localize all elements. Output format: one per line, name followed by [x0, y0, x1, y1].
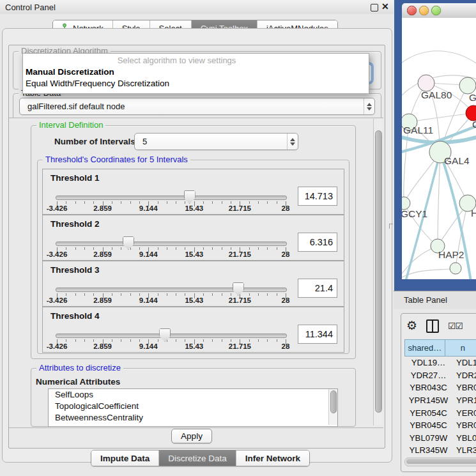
minimize-traffic-light-icon[interactable]	[419, 6, 429, 15]
number-of-intervals-combobox[interactable]: 5	[134, 133, 298, 150]
table-row[interactable]: YLR345WYLR3	[404, 444, 476, 457]
slider-tick	[66, 293, 66, 296]
network-edge[interactable]	[402, 51, 476, 68]
network-edge[interactable]	[402, 268, 456, 279]
cell-shared-name[interactable]: YDL19…	[404, 358, 452, 367]
slider-tick	[267, 293, 268, 296]
cell-name[interactable]: YDR2	[452, 371, 476, 380]
float-window-icon[interactable]	[371, 4, 378, 12]
network-window-titlebar[interactable]	[402, 3, 476, 19]
columns-icon[interactable]	[426, 319, 439, 333]
slider-tick-label: 28	[282, 342, 290, 350]
main-vertical-scrollbar[interactable]	[373, 119, 383, 426]
number-of-intervals-value: 5	[135, 137, 287, 146]
table-data-combobox[interactable]: galFiltered.sif default node	[19, 98, 375, 115]
network-graph: GAL80GACGAL11GAL4GCY1HHAP2	[402, 18, 476, 279]
cell-shared-name[interactable]: YBL079W	[404, 433, 452, 443]
slider-tick-label: -3.426	[47, 296, 68, 304]
node-table: shared… n YDL19…YDL1YDR27…YDR2YBR043CYBR…	[404, 339, 476, 469]
attributes-list-scrollbar[interactable]	[328, 389, 337, 425]
select-columns-checkboxes-icon[interactable]: ☑☑	[448, 321, 463, 331]
slider-handle[interactable]	[233, 282, 244, 296]
slider-tick-label: 15.43	[185, 296, 203, 304]
table-row[interactable]: YBR043CYBR0	[404, 381, 476, 394]
slider-tick-label: -3.426	[47, 342, 68, 350]
threshold-value-field[interactable]: 11.344	[298, 325, 337, 344]
algorithm-option-equal-width[interactable]: Equal Width/Frequency Discretization	[23, 78, 369, 89]
slider-tick	[277, 201, 277, 204]
threshold-value-field[interactable]: 6.316	[298, 233, 337, 252]
close-icon[interactable]: ✕	[381, 1, 389, 12]
slider-tick	[176, 339, 176, 342]
table-row[interactable]: YPR145WYPR1	[404, 394, 476, 407]
table-row[interactable]: YDL19…YDL1	[404, 357, 476, 369]
attribute-list-item[interactable]: BetweennessCentrality	[49, 412, 337, 424]
cell-name[interactable]: YBR0	[452, 383, 476, 392]
apply-button[interactable]: Apply	[171, 429, 212, 443]
slider-tick	[139, 293, 140, 296]
main-vertical-scrollbar-thumb[interactable]	[375, 130, 382, 413]
slider-track[interactable]	[56, 242, 287, 246]
table-row[interactable]: YER054CYER0	[404, 406, 476, 419]
network-view-window[interactable]: GAL80GACGAL11GAL4GCY1HHAP2	[394, 0, 476, 291]
column-header-shared[interactable]: shared…	[404, 339, 445, 357]
slider-tick	[112, 201, 112, 204]
slider-tick-label: -3.426	[47, 204, 68, 212]
slider-tick	[93, 293, 94, 296]
slider-track[interactable]	[56, 196, 287, 200]
network-edge[interactable]	[438, 152, 440, 246]
gear-icon[interactable]: ⚙	[406, 319, 417, 332]
slider-tick	[185, 247, 185, 250]
cell-name[interactable]: YBL0	[452, 433, 476, 443]
numerical-attributes-list[interactable]: SelfLoopsTopologicalCoefficientBetweenne…	[48, 388, 338, 427]
table-row[interactable]: YBL079WYBL0	[404, 432, 476, 445]
network-node-green[interactable]	[402, 197, 410, 210]
cell-shared-name[interactable]: YBR043C	[404, 383, 452, 392]
slider-tick	[93, 201, 94, 204]
panel-resize-grip[interactable]	[389, 224, 393, 229]
algorithm-prompt-option[interactable]: Select algorithm to view settings	[23, 54, 369, 66]
slider-tick-label: 2.859	[93, 250, 112, 258]
slider-tick-label: 28	[282, 296, 290, 304]
table-row[interactable]: YDR27…YDR2	[404, 369, 476, 382]
column-header-name[interactable]: n	[445, 339, 476, 357]
slider-tick	[231, 293, 231, 296]
cell-shared-name[interactable]: YER054C	[404, 408, 452, 418]
tab-discretize-data-label: Discretize Data	[168, 454, 227, 463]
network-canvas[interactable]: GAL80GACGAL11GAL4GCY1HHAP2	[402, 18, 476, 279]
network-node-label: GAL4	[444, 155, 470, 166]
tab-discretize-data[interactable]: Discretize Data	[159, 450, 236, 466]
cell-shared-name[interactable]: YDR27…	[404, 371, 452, 380]
cell-name[interactable]: YLR3	[452, 445, 476, 455]
cell-name[interactable]: YPR1	[452, 395, 476, 405]
network-node-green[interactable]	[450, 263, 461, 274]
tab-impute-data[interactable]: Impute Data	[91, 450, 159, 466]
slider-tick-label: 9.144	[139, 296, 158, 304]
slider-tick-label: 9.144	[139, 250, 158, 258]
threshold-value-field[interactable]: 14.713	[298, 187, 337, 206]
cell-shared-name[interactable]: YLR345W	[404, 445, 452, 455]
network-edge-highlighted[interactable]	[440, 152, 471, 279]
table-row[interactable]: YBR045CYBR0	[404, 419, 476, 432]
slider-handle[interactable]	[159, 328, 171, 342]
cell-shared-name[interactable]: YPR145W	[404, 395, 452, 405]
network-edge[interactable]	[409, 113, 473, 122]
cell-name[interactable]: YDL1	[452, 358, 476, 367]
close-traffic-light-icon[interactable]	[407, 6, 417, 15]
cell-name[interactable]: YBR0	[452, 420, 476, 430]
attributes-list-scrollbar-thumb[interactable]	[330, 390, 337, 413]
slider-track[interactable]	[56, 334, 287, 338]
algorithm-option-manual[interactable]: Manual Discretization	[23, 66, 369, 78]
threshold-value-field[interactable]: 21.4	[298, 279, 337, 298]
cell-shared-name[interactable]: YBR045C	[404, 420, 452, 430]
table-horizontal-scrollbar-thumb[interactable]	[406, 459, 476, 464]
zoom-traffic-light-icon[interactable]	[431, 6, 441, 15]
slider-handle[interactable]	[123, 236, 134, 250]
attribute-list-item[interactable]: SelfLoops	[49, 389, 337, 401]
table-horizontal-scrollbar[interactable]	[404, 457, 476, 466]
slider-track[interactable]	[56, 288, 287, 292]
slider-tick	[66, 247, 66, 250]
tab-infer-network[interactable]: Infer Network	[236, 450, 309, 466]
attribute-list-item[interactable]: TopologicalCoefficient	[49, 401, 337, 412]
cell-name[interactable]: YER0	[452, 408, 476, 418]
